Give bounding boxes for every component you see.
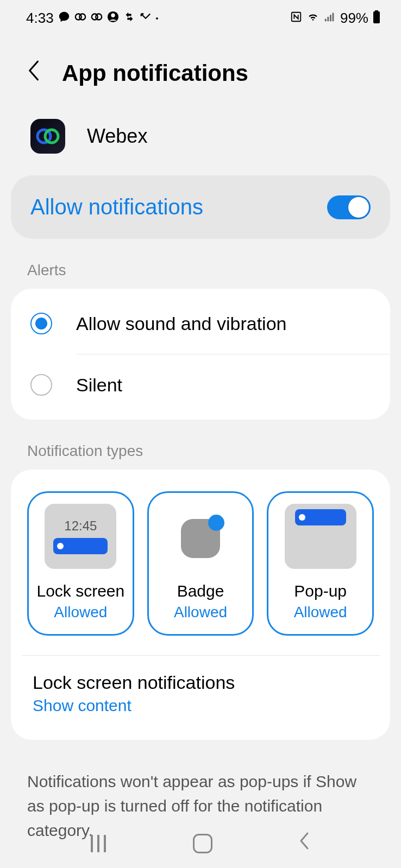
nav-home-button[interactable] xyxy=(193,834,212,853)
nav-recents-button[interactable] xyxy=(91,834,109,853)
lockscreen-time: 12:45 xyxy=(64,518,97,534)
badge-graphic-icon xyxy=(165,504,236,569)
lockscreen-notifications-title: Lock screen notifications xyxy=(33,672,368,693)
wifi-icon xyxy=(306,11,319,26)
account-icon xyxy=(107,11,119,26)
svg-rect-8 xyxy=(327,17,329,21)
svg-point-3 xyxy=(96,14,102,20)
allow-notifications-toggle[interactable] xyxy=(327,195,371,219)
lockscreen-notifications-row[interactable]: Lock screen notifications Show content xyxy=(27,656,374,724)
lockscreen-graphic-icon: 12:45 xyxy=(45,504,116,569)
allow-notifications-row[interactable]: Allow notifications xyxy=(11,175,390,239)
type-tile-lockscreen[interactable]: 12:45 Lock screen Allowed xyxy=(27,491,134,636)
app-icon xyxy=(30,119,65,154)
alert-option-label: Silent xyxy=(76,375,122,396)
signal-icon xyxy=(324,11,336,26)
app-row: Webex xyxy=(0,109,401,175)
sync-icon xyxy=(123,11,135,26)
types-section-header: Notification types xyxy=(0,420,401,470)
svg-point-5 xyxy=(111,13,115,17)
alert-option-silent[interactable]: Silent xyxy=(11,354,390,415)
back-icon[interactable] xyxy=(26,59,40,87)
svg-rect-10 xyxy=(333,12,334,21)
alert-option-sound-vibration[interactable]: Allow sound and vibration xyxy=(11,293,390,354)
tile-label: Badge xyxy=(177,582,224,600)
header: App notifications xyxy=(0,32,401,109)
alerts-card: Allow sound and vibration Silent xyxy=(11,289,390,420)
type-tile-badge[interactable]: Badge Allowed xyxy=(147,491,254,636)
missed-call-icon xyxy=(140,11,152,26)
status-bar: 4:33 • 99% xyxy=(0,0,401,32)
alerts-section-header: Alerts xyxy=(0,239,401,289)
alert-option-label: Allow sound and vibration xyxy=(76,313,286,334)
radio-selected-icon xyxy=(30,313,52,334)
nfc-icon xyxy=(290,11,302,26)
svg-rect-12 xyxy=(373,11,380,23)
webex-icon-2 xyxy=(91,11,103,26)
allow-notifications-label: Allow notifications xyxy=(30,195,203,219)
notification-types-card: 12:45 Lock screen Allowed Badge Allowed … xyxy=(11,470,390,740)
tile-status: Allowed xyxy=(54,604,107,621)
dot-icon: • xyxy=(156,14,159,23)
webex-icon xyxy=(74,11,86,26)
type-tile-popup[interactable]: Pop-up Allowed xyxy=(267,491,374,636)
battery-percent: 99% xyxy=(340,10,368,27)
svg-rect-9 xyxy=(330,15,331,21)
svg-point-1 xyxy=(79,14,85,20)
battery-icon xyxy=(373,10,380,27)
app-name: Webex xyxy=(87,125,147,148)
tile-status: Allowed xyxy=(174,604,227,621)
lockscreen-notifications-subtitle: Show content xyxy=(33,696,368,715)
navigation-bar xyxy=(0,830,401,857)
footer-note: Notifications won't appear as pop-ups if… xyxy=(0,740,401,842)
nav-back-button[interactable] xyxy=(296,830,310,857)
tile-label: Lock screen xyxy=(36,582,124,600)
tile-label: Pop-up xyxy=(294,582,347,600)
popup-graphic-icon xyxy=(285,504,356,569)
tile-status: Allowed xyxy=(294,604,347,621)
page-title: App notifications xyxy=(62,60,248,86)
radio-unselected-icon xyxy=(30,374,52,396)
svg-rect-7 xyxy=(325,18,327,21)
status-time: 4:33 xyxy=(26,10,54,27)
chat-icon xyxy=(58,11,70,26)
